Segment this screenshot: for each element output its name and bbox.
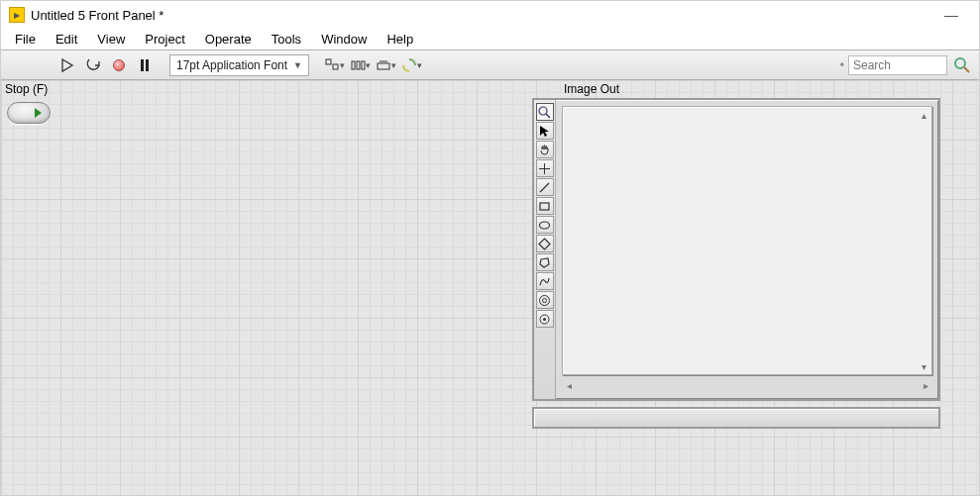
menu-file[interactable]: File [5, 29, 46, 50]
menu-window[interactable]: Window [311, 29, 377, 50]
search-icon[interactable] [951, 54, 973, 76]
svg-rect-2 [352, 61, 355, 69]
svg-rect-5 [378, 63, 389, 69]
font-dropdown[interactable]: 17pt Application Font ▼ [169, 54, 309, 76]
svg-point-15 [540, 295, 550, 305]
pause-button[interactable] [134, 54, 156, 76]
image-tool-line[interactable] [536, 178, 554, 196]
svg-rect-3 [357, 61, 360, 69]
image-tool-rotated-rect[interactable] [536, 235, 554, 252]
resize-objects-button[interactable]: ▾ [375, 54, 396, 76]
chevron-down-icon: ▾ [366, 60, 371, 70]
reorder-button[interactable]: ▾ [400, 54, 422, 76]
image-tool-crosshair[interactable] [536, 159, 554, 177]
image-tool-freehand[interactable] [536, 272, 554, 290]
svg-point-16 [543, 298, 547, 302]
svg-line-9 [546, 114, 550, 118]
menu-edit[interactable]: Edit [46, 29, 87, 50]
hscrollbar[interactable] [576, 382, 919, 388]
svg-rect-0 [326, 59, 331, 64]
menu-tools[interactable]: Tools [262, 29, 311, 50]
chevron-down-icon: ▾ [340, 60, 345, 70]
app-icon [9, 7, 25, 23]
run-button[interactable] [56, 54, 78, 76]
scroll-up-icon[interactable]: ▴ [918, 109, 929, 121]
menu-operate[interactable]: Operate [195, 29, 262, 50]
svg-line-12 [540, 183, 549, 192]
image-tool-oval[interactable] [536, 216, 554, 234]
search-input[interactable] [848, 55, 947, 75]
front-panel-canvas[interactable]: Stop (F) Image Out [1, 80, 979, 495]
menubar: File Edit View Project Operate Tools Win… [1, 29, 979, 50]
menu-view[interactable]: View [87, 29, 135, 50]
svg-rect-4 [362, 61, 365, 69]
run-continuous-button[interactable] [82, 54, 104, 76]
menu-help[interactable]: Help [377, 29, 423, 50]
align-objects-button[interactable]: ▾ [323, 54, 345, 76]
svg-point-14 [540, 222, 550, 229]
chevron-down-icon: ▼ [293, 60, 302, 70]
svg-point-6 [955, 58, 965, 68]
image-tool-palette [534, 100, 556, 399]
image-tool-pointer[interactable] [536, 122, 554, 140]
svg-rect-1 [333, 64, 338, 69]
image-display-area[interactable]: ▴ ▾ [562, 106, 932, 375]
image-tool-polygon[interactable] [536, 253, 554, 271]
scroll-down-icon[interactable]: ▾ [918, 360, 929, 372]
scroll-right-icon[interactable]: ▸ [919, 378, 932, 392]
stop-control-label: Stop (F) [5, 82, 48, 96]
svg-rect-13 [540, 203, 549, 210]
play-icon [35, 108, 42, 118]
image-tool-rectangle[interactable] [536, 197, 554, 215]
menu-project[interactable]: Project [135, 29, 194, 50]
image-out-label: Image Out [564, 82, 619, 96]
image-out-status-bar [532, 407, 940, 429]
toolbar: 17pt Application Font ▼ ▾ ▾ ▾ ▾ • [1, 50, 979, 80]
abort-button[interactable] [108, 54, 130, 76]
image-out-indicator: ▴ ▾ ◂ ▸ [532, 98, 940, 429]
svg-line-7 [964, 67, 969, 72]
chevron-down-icon: ▾ [391, 60, 396, 70]
distribute-objects-button[interactable]: ▾ [349, 54, 371, 76]
separator-dot: • [840, 58, 844, 72]
minimize-button[interactable]: — [931, 3, 971, 27]
image-tool-pan[interactable] [536, 141, 554, 158]
stop-button[interactable] [7, 102, 51, 124]
image-tool-annulus[interactable] [536, 291, 554, 309]
chevron-down-icon: ▾ [417, 60, 422, 70]
window-title: Untitled 5 Front Panel * [31, 8, 931, 23]
svg-point-8 [539, 107, 547, 115]
image-tool-point[interactable] [536, 310, 554, 328]
font-dropdown-label: 17pt Application Font [176, 58, 287, 72]
svg-point-18 [543, 318, 546, 321]
scroll-left-icon[interactable]: ◂ [562, 378, 576, 392]
image-tool-zoom[interactable] [536, 103, 554, 121]
